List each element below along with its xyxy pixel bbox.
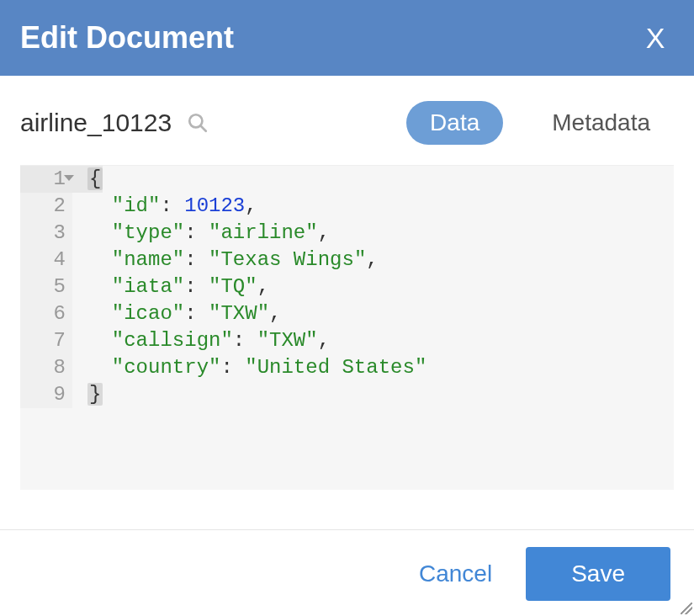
line-number: 6 <box>20 300 72 327</box>
fold-toggle-icon[interactable] <box>64 175 74 181</box>
code-content[interactable]: "country": "United States" <box>72 354 426 381</box>
code-line[interactable]: 4 "name": "Texas Wings", <box>20 247 674 273</box>
tab-metadata[interactable]: Metadata <box>528 101 674 145</box>
modal-title: Edit Document <box>20 20 234 56</box>
code-content[interactable]: "icao": "TXW", <box>72 300 281 327</box>
line-number: 8 <box>20 354 72 381</box>
line-number: 2 <box>20 193 72 220</box>
modal-header: Edit Document X <box>0 0 694 76</box>
line-number: 3 <box>20 220 72 247</box>
line-number: 4 <box>20 247 72 273</box>
code-line[interactable]: 2 "id": 10123, <box>20 193 674 220</box>
code-content[interactable]: "id": 10123, <box>72 193 257 220</box>
code-line[interactable]: 6 "icao": "TXW", <box>20 300 674 327</box>
line-number: 9 <box>20 381 72 408</box>
cancel-button[interactable]: Cancel <box>419 560 492 587</box>
tab-data[interactable]: Data <box>406 101 503 145</box>
code-content[interactable]: "iata": "TQ", <box>72 273 269 300</box>
search-icon[interactable] <box>187 112 209 134</box>
toolbar-left: airline_10123 <box>20 109 209 137</box>
code-content[interactable]: "name": "Texas Wings", <box>72 247 379 273</box>
document-id: airline_10123 <box>20 109 172 137</box>
toolbar: airline_10123 Data Metadata <box>0 76 694 165</box>
line-number: 5 <box>20 273 72 300</box>
code-line[interactable]: 1{ <box>20 166 674 193</box>
save-button[interactable]: Save <box>526 547 670 601</box>
code-content[interactable]: { <box>72 166 103 193</box>
close-button[interactable]: X <box>640 24 670 52</box>
json-editor[interactable]: 1{2 "id": 10123,3 "type": "airline",4 "n… <box>20 165 674 490</box>
tabs: Data Metadata <box>406 101 674 145</box>
code-content[interactable]: "callsign": "TXW", <box>72 327 330 354</box>
code-line[interactable]: 3 "type": "airline", <box>20 220 674 247</box>
resize-handle[interactable] <box>681 603 692 614</box>
code-content[interactable]: } <box>72 381 103 408</box>
line-number: 1 <box>20 166 72 193</box>
code-line[interactable]: 8 "country": "United States" <box>20 354 674 381</box>
svg-line-1 <box>200 125 206 131</box>
code-line[interactable]: 9} <box>20 381 674 408</box>
code-content[interactable]: "type": "airline", <box>72 220 330 247</box>
modal-footer: Cancel Save <box>0 529 694 616</box>
code-line[interactable]: 5 "iata": "TQ", <box>20 273 674 300</box>
code-line[interactable]: 7 "callsign": "TXW", <box>20 327 674 354</box>
line-number: 7 <box>20 327 72 354</box>
